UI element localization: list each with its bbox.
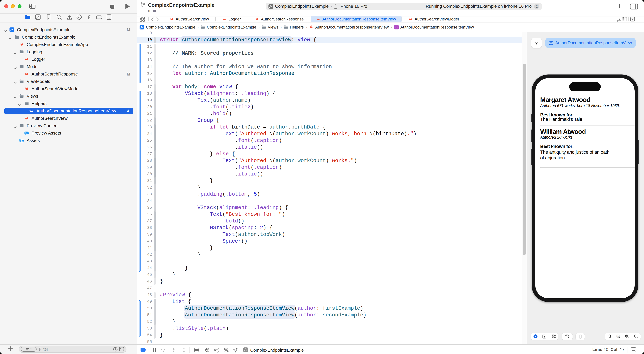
svg-text:1: 1 [618,335,619,337]
svg-text:S: S [395,25,397,29]
